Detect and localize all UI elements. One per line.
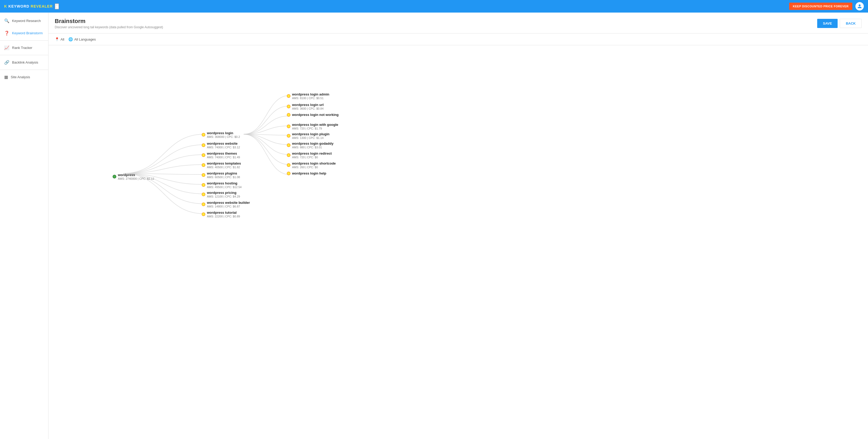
branch-label: wordpress login — [207, 131, 240, 135]
root-dot — [113, 175, 116, 178]
leaf-node[interactable]: wordpress login adminAMS: 8100 | CPC: $0… — [287, 92, 329, 100]
branch-dot — [202, 202, 205, 206]
leaf-stats: AMS: 720 | CPC: $1.79 — [292, 127, 338, 130]
back-button[interactable]: BACK — [840, 19, 862, 28]
sidebar-item-backlink-analysis[interactable]: 🔗 Backlink Analysis — [0, 56, 48, 69]
root-stats: AMS: 2740000 | CPC: $2.12 — [118, 177, 154, 180]
leaf-node[interactable]: wordpress login shortcodeAMS: 260 | CPC:… — [287, 161, 336, 169]
leaf-node[interactable]: wordpress login with googleAMS: 720 | CP… — [287, 123, 338, 130]
location-filter[interactable]: 📍 All — [55, 37, 64, 41]
branch-node[interactable]: wordpress website builderAMS: 14800 | CP… — [202, 201, 250, 208]
sidebar-item-site-analysis[interactable]: ▦ Site Analysis — [0, 71, 48, 83]
language-label: All Languages — [74, 37, 96, 41]
leaf-label: wordpress login admin — [292, 92, 329, 96]
sidebar-item-keyword-brainstorm-label: Keyword Brainstorm — [12, 31, 43, 35]
branch-stats: AMS: 49500 | CPC: $12.54 — [207, 185, 242, 189]
page-subtitle: Discover uncovered long tail keywords (d… — [55, 25, 163, 29]
promo-button[interactable]: KEEP DISCOUNTED PRICE FOREVER — [789, 3, 852, 10]
branch-stats: AMS: 12100 | CPC: $4.29 — [207, 195, 240, 198]
app-body: 🔍 Keyword Research ❓ Keyword Brainstorm … — [0, 12, 868, 439]
branch-node[interactable]: wordpress templatesAMS: 40500 | CPC: $1.… — [202, 161, 241, 169]
leaf-stats: AMS: 8100 | CPC: $0.51 — [292, 97, 329, 100]
search-icon: 🔍 — [4, 18, 9, 23]
leaf-dot — [287, 153, 290, 157]
sidebar-item-keyword-research[interactable]: 🔍 Keyword Research — [0, 15, 48, 27]
branch-label: wordpress themes — [207, 151, 240, 156]
root-label: wordpress — [118, 173, 154, 177]
branch-dot — [202, 173, 205, 177]
sidebar-item-rank-tracker-label: Rank Tracker — [12, 46, 32, 50]
main-content: Brainstorm Discover uncovered long tail … — [49, 12, 868, 439]
leaf-stats: AMS: 720 | CPC: $0 — [292, 156, 332, 159]
collapse-button[interactable]: ◀ — [55, 3, 59, 9]
leaf-dot — [287, 105, 290, 108]
branch-dot — [202, 212, 205, 216]
branch-node[interactable]: wordpress tutorialAMS: 22200 | CPC: $0.8… — [202, 211, 240, 218]
site-icon: ▦ — [4, 74, 8, 79]
root-node[interactable]: wordpress AMS: 2740000 | CPC: $2.12 — [113, 173, 154, 180]
brainstorm-canvas: wordpress AMS: 2740000 | CPC: $2.12 word… — [49, 45, 868, 439]
branch-dot — [202, 143, 205, 147]
leaf-node[interactable]: wordpress login not working — [287, 113, 339, 117]
leaf-node[interactable]: wordpress login godaddyAMS: 880 | CPC: $… — [287, 141, 334, 149]
page-header: Brainstorm Discover uncovered long tail … — [49, 12, 868, 33]
branch-stats: AMS: 368000 | CPC: $0.2 — [207, 135, 240, 138]
topbar-right: KEEP DISCOUNTED PRICE FOREVER — [789, 2, 864, 10]
leaf-node[interactable]: wordpress login help — [287, 171, 327, 175]
brainstorm-icon: ❓ — [4, 31, 9, 36]
branch-node[interactable]: wordpress themesAMS: 74000 | CPC: $1.49 — [202, 151, 240, 159]
branch-stats: AMS: 74000 | CPC: $3.12 — [207, 146, 240, 149]
leaf-dot — [287, 172, 290, 175]
leaf-dot — [287, 94, 290, 98]
branch-stats: AMS: 22200 | CPC: $0.89 — [207, 215, 240, 218]
sidebar-item-site-label: Site Analysis — [11, 75, 30, 79]
branch-node[interactable]: wordpress loginAMS: 368000 | CPC: $0.2 — [202, 131, 240, 138]
logo-k: K — [4, 4, 7, 8]
logo: K KEYWORD REVEALER — [4, 4, 53, 8]
leaf-dot — [287, 143, 290, 147]
branch-label: wordpress tutorial — [207, 211, 240, 214]
sidebar-item-rank-tracker[interactable]: 📈 Rank Tracker — [0, 42, 48, 54]
backlink-icon: 🔗 — [4, 60, 9, 65]
leaf-label: wordpress login url — [292, 103, 324, 107]
leaf-node[interactable]: wordpress login urlAMS: 3600 | CPC: $0.8… — [287, 103, 324, 110]
branch-node[interactable]: wordpress pluginsAMS: 60500 | CPC: $1.08 — [202, 171, 240, 179]
branch-stats: AMS: 40500 | CPC: $1.82 — [207, 166, 241, 169]
branch-dot — [202, 183, 205, 187]
topbar-left: K KEYWORD REVEALER ◀ — [4, 3, 59, 9]
user-avatar[interactable] — [856, 2, 864, 10]
branch-label: wordpress website — [207, 141, 240, 145]
root-text: wordpress AMS: 2740000 | CPC: $2.12 — [118, 173, 154, 180]
branch-label: wordpress templates — [207, 161, 241, 165]
sidebar-divider-2 — [0, 55, 48, 55]
branch-stats: AMS: 14800 | CPC: $6.87 — [207, 205, 250, 208]
filter-bar: 📍 All 🌐 All Languages — [49, 33, 868, 45]
leaf-stats: AMS: 3600 | CPC: $0.84 — [292, 107, 324, 110]
leaf-label: wordpress login godaddy — [292, 141, 334, 145]
canvas-inner: wordpress AMS: 2740000 | CPC: $2.12 word… — [49, 45, 868, 228]
branch-node[interactable]: wordpress pricingAMS: 12100 | CPC: $4.29 — [202, 191, 240, 198]
branch-stats: AMS: 60500 | CPC: $1.08 — [207, 175, 240, 179]
rank-icon: 📈 — [4, 45, 9, 50]
branch-label: wordpress hosting — [207, 181, 242, 185]
leaf-stats: AMS: 880 | CPC: $3.01 — [292, 146, 334, 149]
logo-keyword: KEYWORD — [8, 4, 29, 8]
branch-dot — [202, 133, 205, 137]
leaf-dot — [287, 113, 290, 117]
leaf-node[interactable]: wordpress login pluginAMS: 1300 | CPC: $… — [287, 132, 330, 139]
location-label: All — [61, 37, 64, 41]
leaf-label: wordpress login not working — [292, 113, 339, 117]
branch-dot — [202, 163, 205, 167]
page-title: Brainstorm — [55, 18, 163, 25]
save-button[interactable]: SAVE — [817, 19, 838, 28]
sidebar-item-keyword-research-label: Keyword Research — [12, 19, 41, 23]
sidebar-item-keyword-brainstorm[interactable]: ❓ Keyword Brainstorm — [0, 27, 48, 39]
branch-node[interactable]: wordpress hostingAMS: 49500 | CPC: $12.5… — [202, 181, 242, 189]
branch-label: wordpress website builder — [207, 201, 250, 205]
page-header-left: Brainstorm Discover uncovered long tail … — [55, 18, 163, 29]
branch-dot — [202, 153, 205, 157]
branch-node[interactable]: wordpress websiteAMS: 74000 | CPC: $3.12 — [202, 141, 240, 149]
page-header-right: SAVE BACK — [817, 19, 862, 28]
language-filter[interactable]: 🌐 All Languages — [68, 37, 96, 41]
leaf-node[interactable]: wordpress login redirectAMS: 720 | CPC: … — [287, 151, 332, 159]
